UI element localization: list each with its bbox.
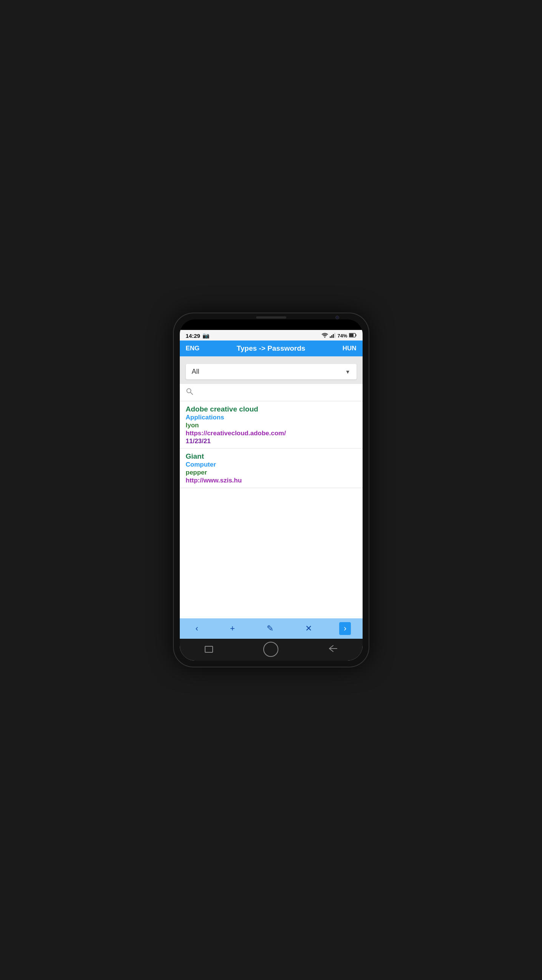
speaker-grille <box>256 317 286 318</box>
recents-nav-button[interactable] <box>205 646 213 653</box>
front-camera <box>335 316 339 319</box>
app-screen: 14:29 📷 <box>180 330 363 661</box>
wifi-icon <box>321 332 328 339</box>
search-input[interactable] <box>196 389 357 396</box>
search-bar <box>180 384 363 401</box>
filter-area: All ▼ <box>180 356 363 384</box>
svg-rect-6 <box>355 334 356 336</box>
item-title-giant: Giant <box>186 452 357 461</box>
lang-eng[interactable]: ENG <box>186 345 200 352</box>
item-category-giant: Computer <box>186 461 357 468</box>
bottom-toolbar: ‹ + ✎ ✕ › <box>180 618 363 639</box>
bottom-nav <box>180 639 363 661</box>
item-date-adobe: 11/23/21 <box>186 438 357 445</box>
app-title: Types -> Passwords <box>199 344 342 353</box>
search-icon <box>186 388 193 397</box>
svg-rect-2 <box>331 335 332 338</box>
back-nav-button[interactable] <box>329 645 337 654</box>
list-item[interactable]: Giant Computer pepper http://www.szis.hu <box>180 449 363 488</box>
item-category-adobe: Applications <box>186 414 357 421</box>
svg-rect-3 <box>333 334 334 338</box>
edit-button[interactable]: ✎ <box>262 622 278 635</box>
status-left: 14:29 📷 <box>186 332 210 339</box>
svg-point-0 <box>324 336 325 337</box>
app-bar: ENG Types -> Passwords HUN <box>180 340 363 356</box>
battery-text: 74% <box>337 333 347 339</box>
lang-hun[interactable]: HUN <box>343 345 357 352</box>
password-list: Adobe creative cloud Applications lyon h… <box>180 401 363 618</box>
list-item[interactable]: Adobe creative cloud Applications lyon h… <box>180 401 363 449</box>
delete-button[interactable]: ✕ <box>301 622 317 635</box>
status-right: 74% <box>321 332 356 339</box>
camera-shortcut-icon: 📷 <box>202 332 210 339</box>
svg-rect-1 <box>330 336 331 338</box>
item-username-adobe: lyon <box>186 422 357 429</box>
battery-icon <box>349 333 357 339</box>
phone-screen: 14:29 📷 <box>180 319 363 661</box>
item-username-giant: pepper <box>186 469 357 476</box>
svg-line-9 <box>190 393 193 395</box>
phone-device: 14:29 📷 <box>173 313 370 667</box>
signal-icon <box>330 332 336 339</box>
item-url-adobe: https://creativecloud.adobe.com/ <box>186 430 357 437</box>
filter-dropdown[interactable]: All ▼ <box>186 364 357 379</box>
item-title-adobe: Adobe creative cloud <box>186 405 357 414</box>
filter-arrow-icon: ▼ <box>345 369 351 375</box>
add-button[interactable]: + <box>225 622 239 635</box>
back-button[interactable]: ‹ <box>191 622 203 635</box>
forward-button[interactable]: › <box>339 622 351 635</box>
svg-rect-4 <box>334 333 335 338</box>
home-nav-button[interactable] <box>263 642 278 657</box>
svg-rect-7 <box>349 334 354 337</box>
status-time: 14:29 <box>186 332 200 339</box>
item-url-giant: http://www.szis.hu <box>186 477 357 484</box>
filter-selected-value: All <box>192 368 199 375</box>
status-bar: 14:29 📷 <box>180 330 363 340</box>
